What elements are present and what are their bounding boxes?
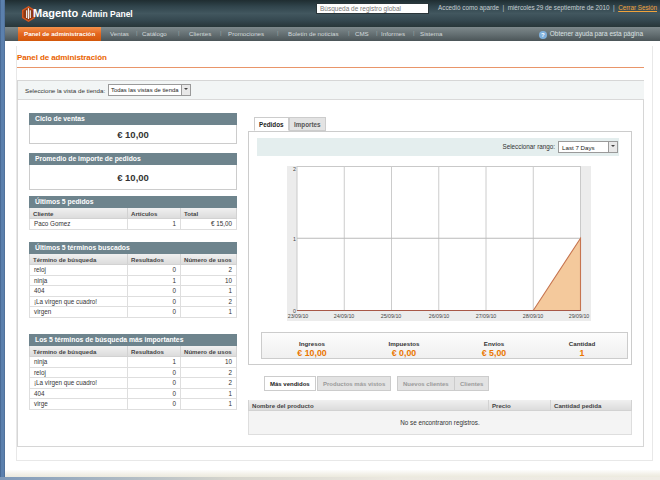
svg-text:23/09/10: 23/09/10 [288, 313, 309, 319]
svg-text:24/09/10: 24/09/10 [334, 313, 355, 319]
svg-text:29/09/10: 29/09/10 [569, 313, 590, 319]
svg-text:2: 2 [293, 166, 296, 172]
svg-text:26/09/10: 26/09/10 [429, 313, 450, 319]
svg-text:1: 1 [293, 236, 296, 242]
svg-text:25/09/10: 25/09/10 [381, 313, 402, 319]
svg-text:28/09/10: 28/09/10 [523, 313, 544, 319]
svg-text:27/09/10: 27/09/10 [476, 313, 497, 319]
